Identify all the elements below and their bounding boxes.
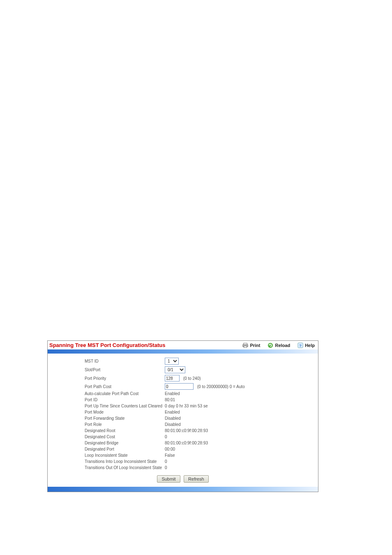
fwd-state-value: Disabled [165, 415, 318, 421]
trans-into-value: 0 [165, 458, 318, 465]
uptime-label: Port Up Time Since Counters Last Cleared [48, 403, 165, 409]
reload-label: Reload [275, 343, 290, 348]
port-priority-hint: (0 to 240) [183, 376, 201, 381]
port-id-value: 80:01 [165, 397, 318, 403]
separator-bar-bottom [48, 487, 318, 492]
svg-rect-2 [244, 346, 247, 347]
row-fwd-state: Port Forwarding State Disabled [48, 415, 318, 421]
loop-state-value: False [165, 452, 318, 458]
trans-into-label: Transitions Into Loop Inconsistent State [48, 458, 165, 465]
row-auto-calc: Auto-calculate Port Path Cost Enabled [48, 391, 318, 397]
port-path-cost-input[interactable] [165, 383, 194, 390]
des-cost-value: 0 [165, 434, 318, 440]
reload-link[interactable]: Reload [267, 342, 290, 348]
row-loop-state: Loop Inconsistent State False [48, 452, 318, 458]
uptime-value: 0 day 0 hr 33 min 53 se [165, 403, 318, 409]
row-port-role: Port Role Disabled [48, 421, 318, 428]
des-root-value: 80:01:00:c0:9f:00:28:93 [165, 428, 318, 434]
trans-out-value: 0 [165, 465, 318, 471]
row-trans-into: Transitions Into Loop Inconsistent State… [48, 458, 318, 465]
des-cost-label: Designated Cost [48, 434, 165, 440]
mst-id-select[interactable]: 1 [165, 358, 179, 365]
svg-point-3 [268, 342, 273, 347]
help-link[interactable]: ? Help [297, 342, 315, 348]
help-label: Help [305, 343, 315, 348]
row-trans-out: Transitions Out Of Loop Inconsistent Sta… [48, 465, 318, 471]
trans-out-label: Transitions Out Of Loop Inconsistent Sta… [48, 465, 165, 471]
separator-bar-top [48, 349, 318, 354]
print-label: Print [250, 343, 260, 348]
des-port-label: Designated Port [48, 446, 165, 452]
page-title: Spanning Tree MST Port Configuration/Sta… [49, 342, 165, 348]
svg-text:?: ? [299, 343, 302, 347]
reload-icon [267, 342, 273, 348]
row-port-path-cost: Port Path Cost (0 to 200000000) 0 = Auto [48, 382, 318, 391]
port-role-value: Disabled [165, 421, 318, 428]
fields-table: MST ID 1 Slot/Port 0/1 Port Priority (0 … [48, 357, 318, 471]
port-role-label: Port Role [48, 421, 165, 428]
des-bridge-value: 80:01:00:c0:9f:00:28:93 [165, 440, 318, 446]
port-path-cost-hint: (0 to 200000000) 0 = Auto [197, 384, 245, 389]
slot-port-label: Slot/Port [48, 365, 165, 374]
port-path-cost-label: Port Path Cost [48, 382, 165, 391]
row-port-mode: Port Mode Enabled [48, 409, 318, 415]
port-mode-label: Port Mode [48, 409, 165, 415]
title-bar: Spanning Tree MST Port Configuration/Sta… [48, 341, 318, 349]
auto-calc-value: Enabled [165, 391, 318, 397]
refresh-button[interactable]: Refresh [184, 475, 209, 483]
help-icon: ? [297, 342, 303, 348]
row-des-cost: Designated Cost 0 [48, 434, 318, 440]
button-row: Submit Refresh [48, 471, 318, 486]
print-link[interactable]: Print [242, 342, 260, 348]
fwd-state-label: Port Forwarding State [48, 415, 165, 421]
loop-state-label: Loop Inconsistent State [48, 452, 165, 458]
row-des-root: Designated Root 80:01:00:c0:9f:00:28:93 [48, 428, 318, 434]
port-priority-label: Port Priority [48, 374, 165, 382]
des-port-value: 00:00 [165, 446, 318, 452]
mst-id-label: MST ID [48, 357, 165, 365]
slot-port-select[interactable]: 0/1 [165, 366, 185, 373]
row-port-priority: Port Priority (0 to 240) [48, 374, 318, 382]
des-bridge-label: Designated Bridge [48, 440, 165, 446]
print-icon [242, 342, 248, 348]
row-port-id: Port ID 80:01 [48, 397, 318, 403]
row-uptime: Port Up Time Since Counters Last Cleared… [48, 403, 318, 409]
title-actions: Print Reload ? Help [242, 342, 315, 348]
row-slot-port: Slot/Port 0/1 [48, 365, 318, 374]
port-id-label: Port ID [48, 397, 165, 403]
row-des-port: Designated Port 00:00 [48, 446, 318, 452]
row-mst-id: MST ID 1 [48, 357, 318, 365]
config-panel: Spanning Tree MST Port Configuration/Sta… [47, 340, 318, 492]
port-mode-value: Enabled [165, 409, 318, 415]
auto-calc-label: Auto-calculate Port Path Cost [48, 391, 165, 397]
submit-button[interactable]: Submit [157, 475, 180, 483]
port-priority-input[interactable] [165, 375, 180, 382]
des-root-label: Designated Root [48, 428, 165, 434]
svg-rect-0 [244, 343, 247, 345]
row-des-bridge: Designated Bridge 80:01:00:c0:9f:00:28:9… [48, 440, 318, 446]
